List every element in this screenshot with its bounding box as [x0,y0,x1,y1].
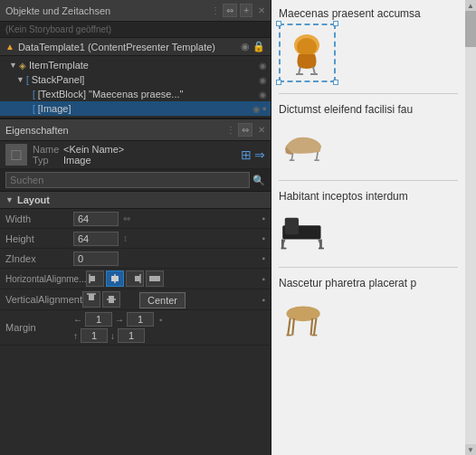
objects-panel-header: Objekte und Zeitachsen ⋮ ⇔ + ✕ [0,0,271,22]
zindex-label: ZIndex [5,253,73,264]
margin-grid: ← → ▪ ↑ ↓ [73,312,163,343]
search-icon: 🔍 [252,175,265,186]
lounge-chair-svg [279,119,328,169]
close-icon[interactable]: ✕ [258,5,265,15]
margin-left-input[interactable] [85,312,112,327]
valign-row-icon: ▪ [262,295,265,305]
folder-icon: ◈ [19,61,26,71]
height-label: Height [5,233,73,244]
tree-item-textblock[interactable]: [ [TextBlock] "Maecenas praese..." ◉ [0,87,271,101]
section-arrow: ▼ [5,195,14,204]
halign-btn-stretch[interactable] [146,270,164,287]
margin-icon-right: ▪ [159,315,163,325]
halign-btn-left[interactable] [86,270,104,287]
side-chair-svg [279,293,328,343]
search-bar: 🔍 [0,169,271,192]
type-label: Typ [33,155,60,166]
prop-row-zindex: ZIndex ▪ [0,249,271,269]
preview-item-3: Habitant inceptos interdum [279,190,458,256]
barcelona-chair-svg [279,206,328,256]
height-icon: ↕ [123,233,128,243]
objects-panel: Objekte und Zeitachsen ⋮ ⇔ + ✕ (Kein Sto… [0,0,271,118]
divider-2 [279,180,458,181]
halign-btns [86,270,164,287]
plus-btn[interactable]: + [240,4,252,17]
template-icons-right: ◉ 🔒 [241,41,265,52]
tree-eye-1: ◉ [259,75,267,85]
item4-text: Nascetur pharetra placerat p [279,277,416,289]
grip-icon: ⋮ [211,5,220,15]
margin-top-input[interactable] [81,328,108,343]
valign-btn-top[interactable] [82,291,100,308]
type-value: Image [63,155,91,166]
prop-avatar: □ [5,144,27,166]
item2-text: Dictumst eleifend facilisi fau [279,103,413,116]
tree-label-0: ItemTemplate [29,60,89,71]
prop-icon-1[interactable]: ⊞ [241,147,252,162]
height-row-icon: ▪ [262,233,265,243]
template-icon: ▲ [5,42,14,52]
item3-text: Habitant inceptos interdum [279,190,408,203]
zindex-input[interactable] [73,251,119,266]
search-input[interactable] [5,172,250,188]
scrollbar-thumb[interactable] [465,11,476,47]
item1-wrapper: Maecenas praesent accumsa [279,7,458,82]
margin-bottom-row: ↑ ↓ [73,328,163,343]
width-icon: ⇔ [123,213,130,223]
margin-top-row: ← → ▪ [73,312,163,327]
name-label: Name [33,144,60,155]
bracket-icon-2: [ [33,90,35,100]
zindex-row-icon: ▪ [262,253,265,263]
prop-expand-btn[interactable]: ⇔ [238,123,252,137]
zindex-value-container [73,251,262,266]
svg-point-19 [286,306,319,321]
storyboard-text: (Kein Storyboard geöffnet) [5,24,111,34]
prop-close-icon[interactable]: ✕ [258,125,265,135]
sel-handle-tr [333,21,338,26]
prop-type-line: Typ Image [33,155,235,166]
sel-handle-bl [276,80,281,85]
tree-item-stackpanel[interactable]: ▼ [ StackPanel] ◉ [0,72,271,87]
halign-btn-center[interactable] [106,270,124,287]
svg-rect-16 [285,218,299,235]
valign-btns: Center [82,291,120,308]
layout-section: ▼ Layout Width ⇔ ▪ Height ↕ ▪ [0,192,271,455]
halign-row-icon: ▪ [262,274,265,284]
tree-item-image[interactable]: [ [Image] ◉ ● [0,101,271,116]
item2-wrapper: Dictumst eleifend facilisi fau [279,103,458,169]
storyboard-bar: (Kein Storyboard geöffnet) [0,22,271,38]
center-tooltip: Center [139,292,186,308]
scroll-up-btn[interactable]: ▲ [465,0,476,11]
height-input[interactable] [73,232,119,246]
halign-label: HorizontalAlignme... [5,274,86,284]
item1-img-selected [279,24,336,82]
width-value-container: ⇔ [73,212,262,226]
margin-bottom-input[interactable] [118,328,145,343]
halign-btn-right[interactable] [126,270,144,287]
name-value: <Kein Name> [63,144,124,155]
svg-point-12 [297,38,317,56]
expand-btn[interactable]: ⇔ [223,4,237,17]
tree-item-itemtemplate[interactable]: ▼ ◈ ItemTemplate ◉ [0,58,271,72]
tree-eye-2: ◉ [259,90,267,100]
width-input[interactable] [73,212,119,226]
scroll-down-btn[interactable]: ▼ [465,444,476,455]
template-bar: ▲ DataTemplate1 (ContentPresenter Templa… [0,38,271,56]
height-value-container: ↕ [73,232,262,246]
tree-arrow-0[interactable]: ▼ [9,61,17,70]
tree-label-2: [TextBlock] "Maecenas praese..." [38,89,184,100]
preview-scrollbar: ▲ ▼ [465,0,476,455]
svg-rect-4 [135,276,140,281]
valign-btn-center[interactable]: Center [102,291,120,308]
width-row-icon: ▪ [262,213,265,223]
prop-icon-2[interactable]: ⇒ [254,147,265,162]
divider-1 [279,93,458,94]
item3-wrapper: Habitant inceptos interdum [279,190,458,256]
item4-wrapper: Nascetur pharetra placerat p [279,277,458,343]
preview-content: Maecenas praesent accumsa [271,0,476,455]
eye-icon: ◉ [241,41,250,52]
tree-arrow-1[interactable]: ▼ [16,75,24,84]
margin-right-input[interactable] [127,312,154,327]
avatar-icon: □ [12,146,22,165]
layout-section-header[interactable]: ▼ Layout [0,192,271,209]
